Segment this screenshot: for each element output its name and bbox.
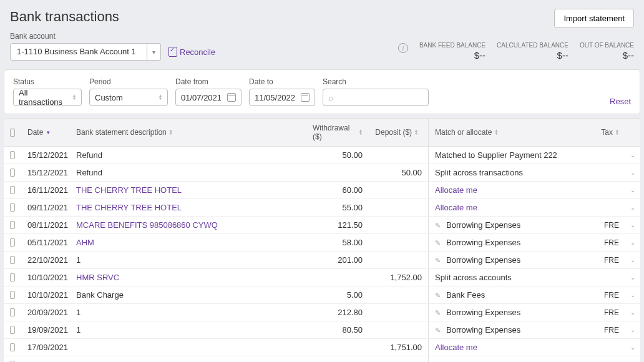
status-select[interactable]: All transactions ▲▼ [13, 89, 82, 106]
row-checkbox[interactable] [10, 291, 15, 299]
row-withdrawal [306, 169, 369, 177]
table-row: 10/08/2021TAX ADVICE 189.00Discounts Tak… [4, 356, 640, 362]
expand-row-icon[interactable]: ⌄ [630, 257, 635, 263]
header-withdrawal[interactable]: Withdrawal ($) ▲▼ [306, 119, 369, 146]
expand-row-icon[interactable]: ⌄ [630, 291, 635, 298]
row-date: 10/10/2021 [21, 286, 70, 303]
header-tax[interactable]: Tax ▲▼ [598, 119, 625, 146]
expand-row-icon[interactable]: ⌄ [630, 152, 635, 159]
row-date: 17/09/2021 [21, 339, 70, 356]
row-description[interactable]: HMR SRVC [76, 273, 119, 282]
expand-row-icon[interactable]: ⌄ [630, 204, 635, 211]
row-date: 09/11/2021 [21, 199, 70, 216]
match-suggestion[interactable]: ✎Bank Fees [435, 290, 485, 300]
row-deposit [369, 291, 428, 299]
row-description: Bank Charge [76, 290, 124, 300]
wand-icon: ✎ [435, 222, 442, 229]
row-tax: GST [598, 357, 625, 363]
expand-row-icon[interactable]: ⌄ [630, 344, 635, 351]
search-icon: ⌕ [328, 93, 333, 102]
row-checkbox[interactable] [10, 256, 15, 264]
import-statement-button[interactable]: Import statement [554, 9, 634, 28]
reconcile-link[interactable]: Reconcile [168, 47, 215, 57]
period-select[interactable]: Custom ▲▼ [89, 89, 168, 106]
row-tax [598, 169, 625, 177]
calculated-balance: CALCULATED BALANCE $-- [497, 42, 568, 61]
info-icon[interactable]: i [398, 43, 408, 53]
match-suggestion[interactable]: ✎Borrowing Expenses [435, 308, 520, 317]
row-checkbox[interactable] [10, 221, 15, 229]
row-checkbox[interactable] [10, 326, 15, 334]
row-checkbox[interactable] [10, 308, 15, 316]
row-deposit [369, 222, 428, 229]
row-checkbox[interactable] [10, 238, 15, 247]
bank-account-select[interactable]: 1-1110 Business Bank Account 1 ▾ [10, 43, 161, 61]
expand-row-icon[interactable]: ⌄ [630, 309, 635, 316]
calendar-icon [227, 93, 236, 102]
row-deposit [369, 257, 428, 264]
row-description: 1 [76, 255, 80, 265]
row-checkbox[interactable] [10, 203, 15, 212]
expand-row-icon[interactable]: ⌄ [630, 169, 635, 176]
row-tax [598, 274, 625, 281]
match-text: Matched to Supplier Payment 222 [435, 150, 557, 160]
table-row: 10/10/2021Bank Charge5.00✎Bank FeesFRE⌄ [4, 286, 640, 304]
row-withdrawal: 201.00 [306, 252, 369, 268]
table-row: 05/11/2021AHM58.00✎Borrowing ExpensesFRE… [4, 234, 640, 252]
select-all-checkbox[interactable] [10, 129, 15, 137]
date-from-input[interactable]: 01/07/2021 [175, 89, 242, 106]
reset-link[interactable]: Reset [610, 97, 631, 106]
date-to-input[interactable]: 11/05/2022 [249, 89, 315, 106]
table-header-row: Date ▼ Bank statement description ▲▼ Wit… [4, 118, 640, 147]
row-date: 15/12/2021 [21, 164, 70, 181]
header-date[interactable]: Date ▼ [21, 119, 70, 146]
row-withdrawal: 50.00 [306, 147, 369, 164]
header-match[interactable]: Match or allocate ▲▼ [428, 119, 598, 146]
sort-icon: ▲▼ [615, 129, 619, 135]
row-description[interactable]: THE CHERRY TREE HOTEL [76, 185, 182, 195]
reconcile-icon [168, 47, 177, 57]
expand-row-icon[interactable]: ⌄ [630, 274, 635, 281]
wand-icon: ✎ [435, 309, 442, 316]
header-deposit[interactable]: Deposit ($) ▲▼ [369, 119, 428, 146]
header-description[interactable]: Bank statement description ▲▼ [70, 119, 306, 146]
row-description: 1 [76, 308, 80, 317]
table-row: 08/11/2021MCARE BENEFITS 985086860 CYWQ1… [4, 217, 640, 234]
match-suggestion[interactable]: ✎Borrowing Expenses [435, 255, 520, 265]
table-row: 10/10/2021HMR SRVC1,752.00Split across a… [4, 269, 640, 286]
row-checkbox[interactable] [10, 151, 15, 159]
allocate-me-link[interactable]: Allocate me [435, 185, 477, 195]
match-suggestion[interactable]: ✎Borrowing Expenses [435, 220, 520, 230]
row-tax: FRE [598, 235, 625, 251]
row-checkbox[interactable] [10, 273, 15, 281]
match-suggestion[interactable]: ✎Borrowing Expenses [435, 325, 520, 335]
row-checkbox[interactable] [10, 186, 15, 194]
allocate-me-link[interactable]: Allocate me [435, 203, 477, 212]
row-description[interactable]: AHM [76, 238, 94, 247]
row-deposit: 1,752.00 [369, 269, 428, 286]
sort-icon: ▲▼ [159, 94, 162, 100]
row-date: 10/08/2021 [21, 356, 70, 362]
row-tax [598, 187, 625, 194]
sort-icon: ▲▼ [169, 129, 173, 135]
row-date: 10/10/2021 [21, 269, 70, 286]
expand-row-icon[interactable]: ⌄ [630, 222, 635, 228]
match-suggestion[interactable]: ✎Borrowing Expenses [435, 238, 520, 247]
bank-feed-balance: BANK FEED BALANCE $-- [419, 42, 485, 61]
row-tax: FRE [598, 217, 625, 233]
row-checkbox[interactable] [10, 169, 15, 177]
row-tax: FRE [598, 252, 625, 268]
row-description: Refund [76, 168, 102, 177]
row-checkbox[interactable] [10, 343, 15, 351]
search-input[interactable]: ⌕ [323, 89, 429, 106]
expand-row-icon[interactable]: ⌄ [630, 239, 635, 246]
row-description[interactable]: MCARE BENEFITS 985086860 CYWQ [76, 220, 218, 230]
expand-row-icon[interactable]: ⌄ [630, 187, 635, 193]
bank-account-value: 1-1110 Business Bank Account 1 [10, 43, 147, 61]
row-date: 08/11/2021 [21, 217, 70, 233]
row-date: 22/10/2021 [21, 252, 70, 268]
allocate-me-link[interactable]: Allocate me [435, 343, 477, 352]
row-description[interactable]: THE CHERRY TREE HOTEL [76, 203, 182, 212]
reconcile-label: Reconcile [180, 47, 215, 57]
expand-row-icon[interactable]: ⌄ [630, 326, 635, 333]
